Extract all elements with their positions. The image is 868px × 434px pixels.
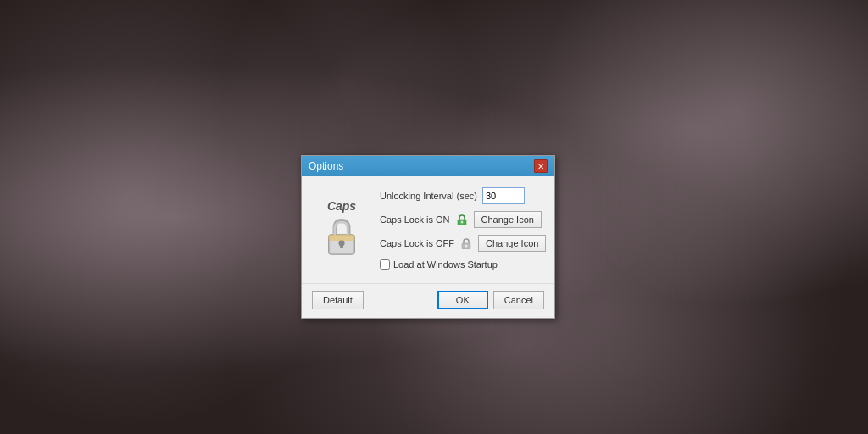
caps-lock-on-row: Caps Lock is ON Change Icon bbox=[380, 210, 546, 229]
ok-button[interactable]: OK bbox=[437, 291, 488, 309]
dialog-title: Options bbox=[309, 160, 343, 172]
content-row: Caps Unlock bbox=[312, 186, 544, 270]
unlocking-interval-input[interactable] bbox=[482, 187, 525, 204]
caps-lock-on-label: Caps Lock is ON bbox=[380, 214, 450, 225]
startup-checkbox-label[interactable]: Load at Windows Startup bbox=[380, 259, 498, 270]
cancel-button[interactable]: Cancel bbox=[493, 291, 544, 309]
startup-checkbox[interactable] bbox=[380, 259, 390, 270]
lock-icon-area: Caps bbox=[312, 186, 371, 270]
close-button[interactable]: ✕ bbox=[534, 159, 548, 173]
svg-point-6 bbox=[460, 221, 463, 224]
default-button[interactable]: Default bbox=[312, 291, 364, 309]
dialog-titlebar: Options ✕ bbox=[302, 156, 554, 176]
change-icon-on-button[interactable]: Change Icon bbox=[474, 211, 542, 228]
options-dialog: Options ✕ Caps bbox=[301, 155, 555, 319]
startup-row: Load at Windows Startup bbox=[380, 259, 546, 270]
startup-label: Load at Windows Startup bbox=[393, 259, 498, 270]
dialog-body: Caps Unlock bbox=[302, 176, 554, 280]
form-area: Unlocking Interval (sec) Caps Lock is ON bbox=[380, 186, 546, 270]
unlocking-interval-label: Unlocking Interval (sec) bbox=[380, 191, 477, 201]
svg-rect-3 bbox=[340, 244, 343, 248]
change-icon-off-button[interactable]: Change Icon bbox=[478, 235, 546, 252]
lock-icon bbox=[320, 214, 363, 257]
caps-lock-off-row: Caps Lock is OFF Change Icon bbox=[380, 234, 546, 253]
caps-lock-off-icon bbox=[459, 236, 473, 250]
dialog-footer: Default OK Cancel bbox=[302, 283, 554, 318]
caps-label: Caps bbox=[327, 199, 356, 213]
caps-lock-on-icon bbox=[455, 213, 469, 226]
svg-rect-4 bbox=[329, 235, 355, 241]
svg-point-8 bbox=[465, 245, 468, 248]
caps-lock-off-label: Caps Lock is OFF bbox=[380, 238, 454, 248]
unlocking-interval-row: Unlocking Interval (sec) bbox=[380, 186, 546, 205]
